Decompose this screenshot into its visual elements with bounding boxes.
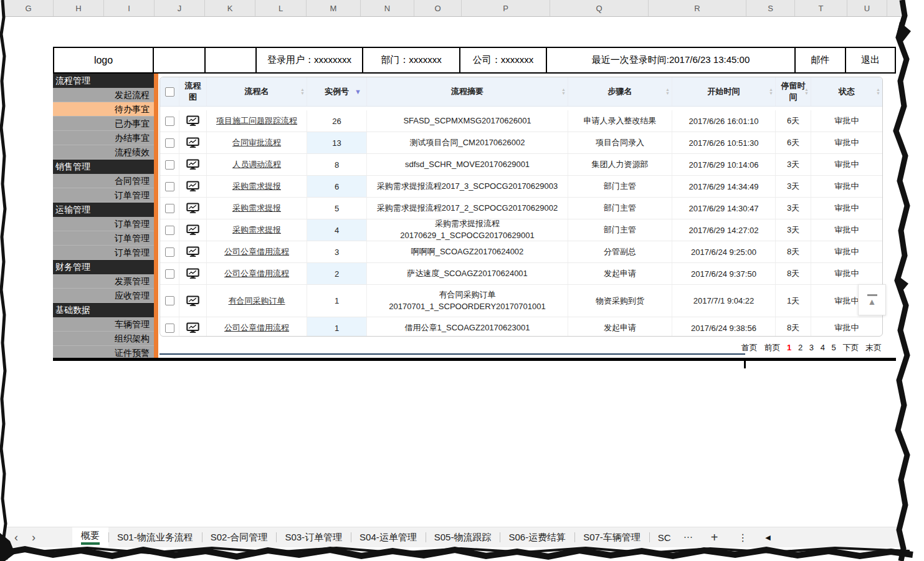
sidebar-item-order-mgmt-3[interactable]: 订单管理 [53,246,154,260]
sheet-tab-overview[interactable]: 概要 [72,527,108,547]
sidebar-section-base-data[interactable]: 基础数据 [53,303,154,317]
more-sheets-icon[interactable]: ⋯ [683,527,693,547]
page-5[interactable]: 5 [832,343,836,352]
sheet-nav-next-icon[interactable]: › [25,527,42,547]
sheet-tab-s05[interactable]: S05-物流跟踪 [426,527,500,547]
sidebar-section-transport-mgmt[interactable]: 运输管理 [53,203,154,217]
select-all-checkbox[interactable] [165,87,174,97]
column-header-J[interactable]: J [155,0,205,16]
row-checkbox[interactable] [165,182,174,191]
monitor-chart-icon[interactable] [186,295,199,307]
process-name-link[interactable]: 采购需求提报 [232,181,281,192]
col-process-name[interactable]: 流程名 ▲▼ [207,77,307,106]
sidebar-item-start-process[interactable]: 发起流程 [53,88,154,102]
monitor-chart-icon[interactable] [186,181,199,192]
page-next[interactable]: 下页 [842,343,859,352]
sheet-menu-icon[interactable]: ⋮ [738,527,748,547]
add-sheet-icon[interactable]: + [711,527,718,547]
sidebar-item-vehicle-mgmt[interactable]: 车辆管理 [53,317,154,332]
column-header-O[interactable]: O [414,0,462,16]
sidebar-item-todo[interactable]: 待办事宜 [53,102,154,117]
column-header-M[interactable]: M [307,0,361,16]
page-prev[interactable]: 前页 [764,343,780,352]
scroll-left-icon[interactable]: ◀ [765,527,770,547]
monitor-chart-icon[interactable] [186,137,199,148]
column-header-R[interactable]: R [649,0,746,16]
col-step-name[interactable]: 步骤名 ▲▼ [568,77,672,106]
sidebar-item-invoice-mgmt[interactable]: 发票管理 [53,274,154,289]
sidebar-section-sales-mgmt[interactable]: 销售管理 [53,160,154,174]
row-checkbox[interactable] [165,324,174,333]
monitor-chart-icon[interactable] [186,322,199,333]
page-first[interactable]: 首页 [741,343,758,352]
row-checkbox[interactable] [165,296,174,305]
row-checkbox[interactable] [165,226,174,235]
page-last[interactable]: 末页 [865,343,882,352]
column-header-H[interactable]: H [54,0,104,16]
process-name-link[interactable]: 公司公章借用流程 [224,268,289,279]
sheet-tab-s03[interactable]: S03-订单管理 [276,527,351,547]
col-diagram[interactable]: 流程图 [179,77,207,106]
col-status[interactable]: 状态 ▲▼ [811,77,882,106]
logout-button[interactable]: 退出 [845,47,896,74]
col-instance-id[interactable]: 实例号 ▼ [307,77,367,106]
sidebar-item-order-mgmt-sales[interactable]: 订单管理 [53,188,154,203]
monitor-chart-icon[interactable] [186,246,199,257]
col-start-time[interactable]: 开始时间 ▲▼ [672,77,776,106]
sidebar-item-closed[interactable]: 办结事宜 [53,131,154,145]
column-header-Q[interactable]: Q [550,0,649,16]
sidebar-item-org-structure[interactable]: 组织架构 [53,332,154,346]
sort-icon[interactable]: ▲▼ [300,88,305,95]
column-header-I[interactable]: I [104,0,155,16]
page-2[interactable]: 2 [798,343,803,352]
row-checkbox[interactable] [165,204,174,213]
sidebar-item-done[interactable]: 已办事宜 [53,117,154,131]
sort-icon[interactable]: ▲▼ [769,88,773,95]
row-checkbox[interactable] [165,117,174,126]
process-name-link[interactable]: 公司公章借用流程 [224,322,289,333]
process-name-link[interactable]: 采购需求提报 [232,224,281,236]
sidebar-item-contract-mgmt[interactable]: 合同管理 [53,174,154,188]
back-to-top-button[interactable]: ▲ [858,284,886,315]
page-1[interactable]: 1 [787,343,791,352]
sidebar-section-process-mgmt[interactable]: 流程管理 [53,74,154,88]
column-header-U[interactable]: U [847,0,887,16]
sort-icon[interactable]: ▲▼ [561,88,566,95]
sidebar-item-receivable-mgmt[interactable]: 应收管理 [53,289,154,303]
monitor-chart-icon[interactable] [186,115,199,127]
column-header-N[interactable]: N [361,0,414,16]
sort-icon[interactable]: ▲▼ [876,88,880,95]
col-summary[interactable]: 流程摘要 ▲▼ [367,77,568,106]
sidebar-item-performance[interactable]: 流程绩效 [53,145,154,160]
sheet-tab-truncated[interactable]: SC [649,527,680,547]
column-header-P[interactable]: P [462,0,550,16]
sort-desc-icon[interactable]: ▼ [355,89,361,95]
monitor-chart-icon[interactable] [186,268,199,279]
row-checkbox[interactable] [165,269,174,279]
column-header-G[interactable]: G [4,0,54,16]
process-name-link[interactable]: 有合同采购订单 [229,295,285,307]
row-checkbox[interactable] [165,138,174,148]
column-header-K[interactable]: K [205,0,255,16]
sidebar-item-order-mgmt-2[interactable]: 订单管理 [53,231,154,246]
page-4[interactable]: 4 [821,343,825,352]
monitor-chart-icon[interactable] [186,159,199,170]
process-name-link[interactable]: 采购需求提报 [232,203,281,214]
process-name-link[interactable]: 项目施工问题跟踪流程 [216,115,297,127]
sheet-tab-s01[interactable]: S01-物流业务流程 [108,527,202,547]
sheet-tab-s02[interactable]: S02-合同管理 [202,527,277,547]
sheet-tab-s07[interactable]: S07-车辆管理 [574,527,649,547]
row-checkbox[interactable] [165,247,174,257]
sort-icon[interactable]: ▲▼ [665,88,670,95]
sidebar-section-finance-mgmt[interactable]: 财务管理 [53,260,154,274]
column-header-T[interactable]: T [795,0,847,16]
monitor-chart-icon[interactable] [186,203,199,214]
sheet-tab-s04[interactable]: S04-运单管理 [351,527,426,547]
column-header-S[interactable]: S [746,0,795,16]
process-name-link[interactable]: 人员调动流程 [232,159,281,170]
sheet-tab-s06[interactable]: S06-运费结算 [500,527,574,547]
mail-button[interactable]: 邮件 [794,47,846,74]
page-3[interactable]: 3 [809,343,814,352]
process-name-link[interactable]: 合同审批流程 [232,137,281,148]
row-checkbox[interactable] [165,160,174,170]
